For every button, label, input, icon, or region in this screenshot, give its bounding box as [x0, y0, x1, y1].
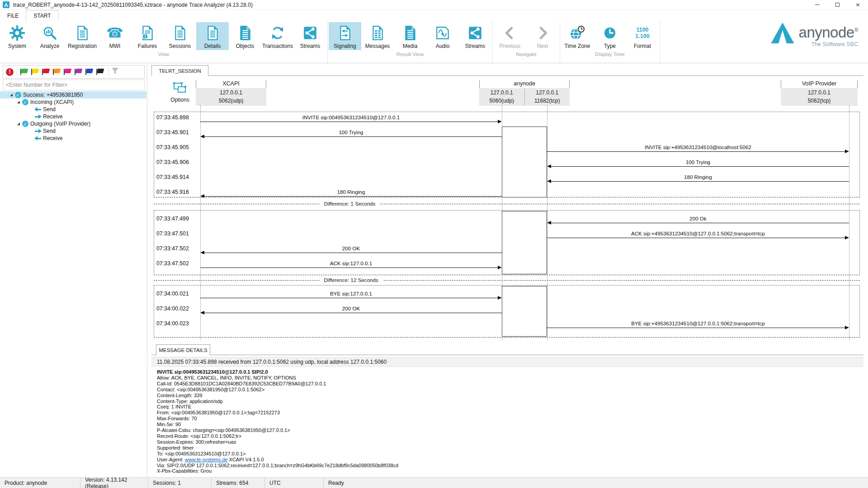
- message-details-tab[interactable]: MESSAGE DETAILS: [156, 344, 210, 355]
- message-label[interactable]: 180 Ringing: [200, 189, 502, 195]
- message-label[interactable]: BYE sip:+4953631234510@127.0.0.1:5062;tr…: [547, 320, 849, 327]
- ribbon-group-label: View: [1, 50, 326, 58]
- message-label[interactable]: 100 Trying: [200, 129, 502, 136]
- sip-header-line: Supported: timer: [157, 445, 862, 451]
- expander-icon[interactable]: [15, 101, 21, 103]
- tree-item-receive[interactable]: Receive: [0, 135, 146, 142]
- ribbon-button-registration[interactable]: Registration: [66, 22, 99, 50]
- menu-tab-start[interactable]: START: [26, 10, 58, 21]
- window-controls: ✕: [807, 0, 868, 10]
- message-time: 07:34:00.022: [156, 305, 197, 312]
- tree-item-receive[interactable]: Receive: [0, 113, 146, 120]
- message-label[interactable]: 200 Ok: [547, 216, 849, 222]
- message-info-bar: 11.08.2025 07:33:45.898 received from 12…: [151, 357, 863, 367]
- receive-arrow-right-icon: [34, 129, 42, 133]
- message-time: 07:33:45.905: [156, 144, 197, 150]
- anynode-logo-icon: [771, 23, 794, 43]
- ribbon-group-navigate: PreviousNextNavigate: [493, 21, 560, 63]
- ribbon-button-sessions[interactable]: Sessions: [164, 22, 196, 50]
- message-label[interactable]: INVITE sip:+4953631234510@localhost:5062: [547, 144, 849, 150]
- tree-item-send[interactable]: Send: [0, 106, 146, 113]
- ribbon-button-analyze[interactable]: Analyze: [33, 22, 66, 50]
- session-tab[interactable]: TELRT_SESSION: [151, 65, 208, 76]
- ribbon-button-previous[interactable]: Previous: [494, 22, 526, 50]
- tree-item-label: Incoming (XCAPI): [30, 99, 74, 105]
- message-time: 07:34:00.021: [156, 291, 197, 297]
- message-time: 07:33:47.502: [156, 245, 197, 252]
- tree-item-incoming-xcapi-[interactable]: ✓Incoming (XCAPI): [0, 99, 146, 106]
- anynode-activation-2: [502, 286, 547, 337]
- alert-filter-icon[interactable]: !: [6, 68, 14, 76]
- ribbon-button-time-zone[interactable]: Time Zone: [561, 22, 594, 50]
- ribbon-button-next[interactable]: Next: [526, 22, 559, 50]
- ribbon-button-streams[interactable]: Streams: [459, 22, 491, 50]
- send-arrow-left-icon: [34, 107, 42, 112]
- tree-item-outgoing-voip-provider-[interactable]: ✓Outgoing (VoIP Provider): [0, 120, 146, 127]
- maximize-icon: [835, 3, 840, 7]
- ribbon-group-label: Display Time: [561, 50, 659, 58]
- brand-name: anynode®: [799, 23, 858, 40]
- tree-item-label: Success: +49536381950: [23, 92, 83, 98]
- flag-icon-7[interactable]: [95, 68, 106, 76]
- number-filter-input[interactable]: [3, 80, 145, 90]
- tree-item-send[interactable]: Send: [0, 127, 146, 135]
- minimize-button[interactable]: [807, 0, 827, 10]
- sip-header-line: Call-Id: 0545E3D88101DC1A02840BD7E8392C5…: [157, 381, 862, 387]
- ribbon-button-media[interactable]: Media: [394, 22, 426, 50]
- close-button[interactable]: ✕: [848, 0, 868, 10]
- user-agent-link[interactable]: www.te-systems.de: [185, 457, 228, 462]
- expander-icon[interactable]: [15, 122, 21, 125]
- funnel-filter-icon[interactable]: [111, 67, 119, 76]
- ribbon-button-label: Registration: [68, 43, 97, 49]
- message-label[interactable]: 200 OK: [200, 245, 502, 252]
- flag-icon-1[interactable]: [30, 68, 41, 76]
- ribbon-button-type[interactable]: Type: [594, 22, 626, 50]
- ribbon-button-audio[interactable]: Audio: [426, 22, 459, 50]
- ribbon-button-label: Messages: [365, 43, 390, 49]
- message-arrowhead: [498, 296, 502, 300]
- message-label[interactable]: INVITE sip:004953631234510@127.0.0.1: [200, 114, 502, 121]
- message-arrowhead: [547, 221, 551, 225]
- ribbon: SystemAnalyzeRegistration☎MWIFailuresSes…: [0, 21, 868, 63]
- ribbon-button-messages[interactable]: Messages: [361, 22, 394, 50]
- message-label[interactable]: 200 OK: [200, 305, 502, 312]
- sip-header-line: From: <sip:0049536381950@127.0.0.1>;tag=…: [157, 410, 862, 416]
- maximize-button[interactable]: [827, 0, 848, 10]
- menu-tab-file[interactable]: FILE: [0, 10, 26, 21]
- flag-icon-2[interactable]: [41, 68, 52, 76]
- flag-icon-4[interactable]: [63, 68, 74, 76]
- ribbon-button-objects[interactable]: Objects: [229, 22, 261, 50]
- flag-icon-6[interactable]: [85, 68, 95, 76]
- message-label[interactable]: ACK sip:+4953631234510@127.0.0.1:5062;tr…: [547, 230, 849, 237]
- ribbon-button-streams[interactable]: Streams: [294, 22, 326, 50]
- message-label[interactable]: ACK sip:127.0.0.1: [200, 260, 502, 267]
- flag-icon-3[interactable]: [52, 68, 63, 76]
- message-label[interactable]: BYE sip:127.0.0.1: [200, 291, 502, 297]
- ribbon-group-label: Navigate: [494, 50, 559, 58]
- share-icon: [467, 24, 483, 42]
- ribbon-button-label: Analyze: [40, 43, 60, 49]
- flag-icon-0[interactable]: [19, 68, 30, 76]
- sip-header-line: P-Alcatel-Csbu: charging=<sip:0049536381…: [157, 427, 862, 433]
- ribbon-button-signaling[interactable]: Signaling: [329, 22, 361, 50]
- ribbon-button-format[interactable]: 11001.100Format: [626, 22, 659, 50]
- ribbon-button-transactions[interactable]: Transactions: [261, 22, 294, 50]
- message-label[interactable]: 180 Ringing: [547, 174, 849, 180]
- globe-clock-icon: [570, 24, 585, 42]
- tree-item-label: Receive: [43, 135, 62, 141]
- sip-header-line: To: <sip:004953631234510@127.0.0.1>: [157, 451, 862, 457]
- options-button[interactable]: Options: [166, 81, 193, 104]
- options-label: Options: [166, 97, 193, 103]
- ribbon-button-details[interactable]: Details: [196, 22, 229, 50]
- ribbon-button-failures[interactable]: Failures: [131, 22, 164, 50]
- flag-icon-5[interactable]: [74, 68, 85, 76]
- share-icon: [302, 24, 318, 42]
- tab-underline: [151, 75, 863, 76]
- message-arrow-line: [547, 238, 846, 238]
- expander-icon[interactable]: [8, 94, 14, 96]
- ribbon-button-mwi[interactable]: ☎MWI: [99, 22, 131, 50]
- ribbon-button-system[interactable]: System: [1, 22, 33, 50]
- tree-item-success-49536381950[interactable]: ✓Success: +49536381950: [0, 91, 146, 99]
- sip-header-line: Content-Type: application/sdp: [157, 399, 862, 404]
- message-label[interactable]: 100 Trying: [547, 159, 849, 165]
